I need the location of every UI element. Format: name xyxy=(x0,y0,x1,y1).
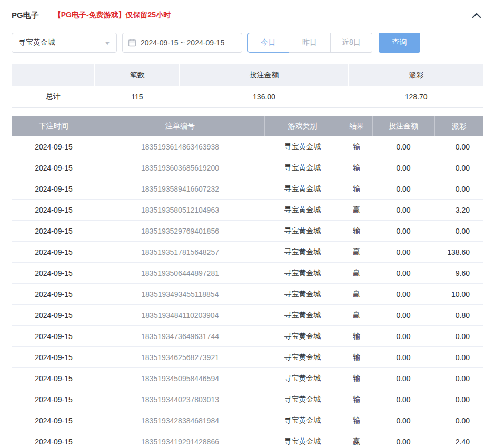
bet-time-cell: 2024-09-15 xyxy=(12,347,96,368)
bet-id-cell: 1835193428384681984 xyxy=(96,410,264,431)
result-cell: 赢 xyxy=(341,284,372,305)
bet-amount-cell: 0.00 xyxy=(372,178,434,200)
result-cell: 赢 xyxy=(341,431,372,448)
column-header-result: 结果 xyxy=(341,116,372,136)
bet-table-row: 2024-09-151835193506444897281寻宝黄金城赢0.009… xyxy=(12,263,483,284)
bet-table-body: 2024-09-151835193614863463938寻宝黄金城输0.000… xyxy=(12,136,483,448)
result-cell: 输 xyxy=(341,157,372,178)
bet-time-cell: 2024-09-15 xyxy=(12,200,96,221)
bet-amount-cell: 0.00 xyxy=(372,284,434,305)
bet-amount-cell: 0.00 xyxy=(372,136,434,157)
quick-range-yesterday-button[interactable]: 昨日 xyxy=(289,33,331,53)
result-cell: 输 xyxy=(341,136,372,157)
calendar-icon xyxy=(128,38,136,47)
filter-row: 寻宝黄金城 ▼ 2024-09-15 ~ 2024-09-15 今日 昨日 近8… xyxy=(12,33,483,53)
caret-down-icon: ▼ xyxy=(104,40,111,46)
bet-table-row: 2024-09-151835193614863463938寻宝黄金城输0.000… xyxy=(12,136,483,157)
payout-cell: 0.00 xyxy=(434,410,483,431)
bet-amount-cell: 0.00 xyxy=(372,242,434,263)
bet-amount-cell: 0.00 xyxy=(372,347,434,368)
game-type-cell: 寻宝黄金城 xyxy=(264,242,341,263)
bet-id-cell: 1835193473649631744 xyxy=(96,326,264,347)
game-type-cell: 寻宝黄金城 xyxy=(264,136,341,157)
bet-amount-cell: 0.00 xyxy=(372,305,434,326)
result-cell: 输 xyxy=(341,221,372,242)
bet-amount-cell: 0.00 xyxy=(372,431,434,448)
bet-time-cell: 2024-09-15 xyxy=(12,221,96,242)
bet-table-row: 2024-09-151835193440237803013寻宝黄金城输0.000… xyxy=(12,389,483,410)
bet-id-cell: 1835193450958446594 xyxy=(96,368,264,389)
game-type-cell: 寻宝黄金城 xyxy=(264,326,341,347)
bet-time-cell: 2024-09-15 xyxy=(12,263,96,284)
column-header-payout: 派彩 xyxy=(434,116,483,136)
date-range-value: 2024-09-15 ~ 2024-09-15 xyxy=(141,38,224,47)
bet-table-row: 2024-09-151835193419291428866寻宝黄金城赢0.002… xyxy=(12,431,483,448)
bet-time-cell: 2024-09-15 xyxy=(12,242,96,263)
bet-amount-cell: 0.00 xyxy=(372,157,434,178)
date-range-input[interactable]: 2024-09-15 ~ 2024-09-15 xyxy=(122,33,242,53)
quick-range-today-button[interactable]: 今日 xyxy=(247,33,289,53)
bet-table-header-row: 下注时间 注单编号 游戏类别 结果 投注金额 派彩 xyxy=(12,116,483,136)
bet-id-cell: 1835193484110203904 xyxy=(96,305,264,326)
game-type-cell: 寻宝黄金城 xyxy=(264,410,341,431)
payout-cell: 0.00 xyxy=(434,221,483,242)
bet-id-cell: 1835193506444897281 xyxy=(96,263,264,284)
bet-time-cell: 2024-09-15 xyxy=(12,368,96,389)
bet-table-row: 2024-09-151835193603685619200寻宝黄金城输0.000… xyxy=(12,157,483,178)
bet-time-cell: 2024-09-15 xyxy=(12,410,96,431)
bet-id-cell: 1835193462568273921 xyxy=(96,347,264,368)
summary-header-bet-amount: 投注金额 xyxy=(180,64,349,86)
summary-header-count: 笔数 xyxy=(95,64,180,86)
bet-table-row: 2024-09-151835193462568273921寻宝黄金城输0.000… xyxy=(12,347,483,368)
payout-cell: 138.60 xyxy=(434,242,483,263)
search-button[interactable]: 查询 xyxy=(379,33,420,53)
panel-notice: 【PG电子-免费游戏】仅保留25小时 xyxy=(54,11,171,20)
quick-range-group: 今日 昨日 近8日 xyxy=(247,33,372,53)
bet-time-cell: 2024-09-15 xyxy=(12,157,96,178)
bet-amount-cell: 0.00 xyxy=(372,200,434,221)
bet-time-cell: 2024-09-15 xyxy=(12,389,96,410)
bet-table-row: 2024-09-151835193493455118854寻宝黄金城赢0.001… xyxy=(12,284,483,305)
column-header-bet-id: 注单编号 xyxy=(96,116,264,136)
game-type-cell: 寻宝黄金城 xyxy=(264,221,341,242)
game-select-value: 寻宝黄金城 xyxy=(18,38,55,47)
payout-cell: 0.00 xyxy=(434,389,483,410)
result-cell: 输 xyxy=(341,326,372,347)
bet-time-cell: 2024-09-15 xyxy=(12,136,96,157)
result-cell: 赢 xyxy=(341,263,372,284)
bet-time-cell: 2024-09-15 xyxy=(12,178,96,200)
game-type-cell: 寻宝黄金城 xyxy=(264,200,341,221)
bet-amount-cell: 0.00 xyxy=(372,221,434,242)
game-type-cell: 寻宝黄金城 xyxy=(264,284,341,305)
result-cell: 输 xyxy=(341,347,372,368)
panel-title: PG电子 xyxy=(12,11,39,21)
bet-id-cell: 1835193614863463938 xyxy=(96,136,264,157)
result-cell: 输 xyxy=(341,178,372,200)
payout-cell: 0.00 xyxy=(434,157,483,178)
bet-amount-cell: 0.00 xyxy=(372,263,434,284)
payout-cell: 2.40 xyxy=(434,431,483,448)
bet-amount-cell: 0.00 xyxy=(372,389,434,410)
bet-table-row: 2024-09-151835193517815648257寻宝黄金城赢0.001… xyxy=(12,242,483,263)
bet-id-cell: 1835193517815648257 xyxy=(96,242,264,263)
column-header-bet-time: 下注时间 xyxy=(12,116,96,136)
chevron-up-icon xyxy=(472,12,481,18)
bet-table-row: 2024-09-151835193484110203904寻宝黄金城赢0.000… xyxy=(12,305,483,326)
game-type-cell: 寻宝黄金城 xyxy=(264,157,341,178)
collapse-button[interactable] xyxy=(470,10,483,21)
column-header-game-type: 游戏类别 xyxy=(264,116,341,136)
bet-time-cell: 2024-09-15 xyxy=(12,284,96,305)
bet-table-row: 2024-09-151835193428384681984寻宝黄金城输0.000… xyxy=(12,410,483,431)
panel-header: PG电子 【PG电子-免费游戏】仅保留25小时 xyxy=(12,7,483,23)
bet-amount-cell: 0.00 xyxy=(372,368,434,389)
bet-table: 下注时间 注单编号 游戏类别 结果 投注金额 派彩 2024-09-151835… xyxy=(12,116,483,448)
summary-header-row: 笔数 投注金额 派彩 xyxy=(12,64,483,86)
payout-cell: 0.00 xyxy=(434,178,483,200)
summary-total-count: 115 xyxy=(95,86,180,108)
bet-id-cell: 1835193589416607232 xyxy=(96,178,264,200)
game-select[interactable]: 寻宝黄金城 ▼ xyxy=(12,33,117,53)
payout-cell: 0.00 xyxy=(434,136,483,157)
game-type-cell: 寻宝黄金城 xyxy=(264,347,341,368)
quick-range-8days-button[interactable]: 近8日 xyxy=(331,33,372,53)
game-type-cell: 寻宝黄金城 xyxy=(264,389,341,410)
